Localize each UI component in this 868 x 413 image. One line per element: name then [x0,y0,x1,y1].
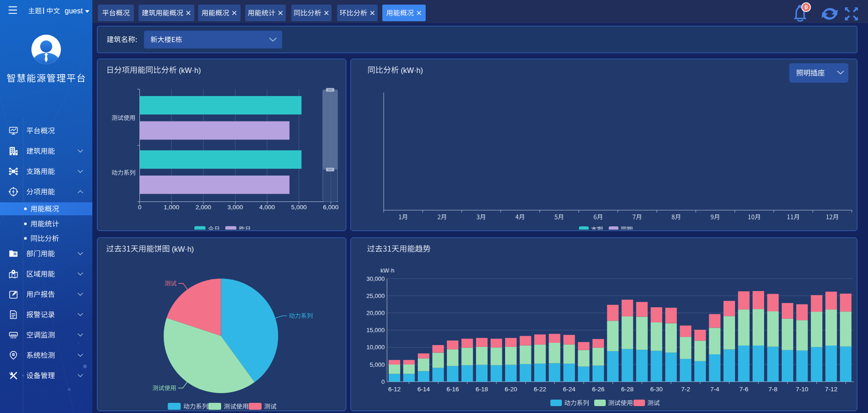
svg-text:6-30: 6-30 [650,386,663,393]
svg-text:(kW·h): (kW·h) [172,245,194,253]
svg-text:6,000: 6,000 [323,204,339,211]
svg-text:6-12: 6-12 [388,386,401,393]
svg-text:0: 0 [138,204,142,211]
svg-text:7-4: 7-4 [710,386,719,393]
svg-text:(kW·h): (kW·h) [179,67,201,74]
svg-text:6-28: 6-28 [621,386,633,393]
svg-text:6-18: 6-18 [476,386,488,393]
svg-text:7-8: 7-8 [768,386,778,393]
svg-text:15,000: 15,000 [366,327,385,334]
svg-text:kW·h: kW·h [380,267,394,274]
svg-text:10,000: 10,000 [366,344,385,351]
svg-text:6-24: 6-24 [563,386,576,393]
svg-text:(kW·h): (kW·h) [401,67,423,74]
svg-text:30,000: 30,000 [366,275,385,282]
svg-text:2,000: 2,000 [196,204,211,211]
svg-text:7-12: 7-12 [825,386,838,393]
svg-text:3,000: 3,000 [228,204,243,211]
svg-text:6-22: 6-22 [534,386,546,393]
svg-text:0: 0 [381,378,385,385]
svg-text:20,000: 20,000 [366,310,385,316]
svg-text:4,000: 4,000 [259,204,275,211]
svg-text:25,000: 25,000 [366,292,385,299]
svg-text:0: 0 [805,4,808,11]
svg-text:6-26: 6-26 [592,386,604,393]
svg-text:6-16: 6-16 [446,386,459,393]
svg-text:7-2: 7-2 [681,386,690,393]
svg-text:5,000: 5,000 [370,361,385,368]
svg-text:1,000: 1,000 [164,204,180,211]
svg-text:6-20: 6-20 [505,386,517,393]
svg-text:7-10: 7-10 [796,386,808,393]
svg-text:6-14: 6-14 [417,386,430,393]
svg-text:5,000: 5,000 [291,204,307,211]
svg-text:7-6: 7-6 [739,386,748,393]
